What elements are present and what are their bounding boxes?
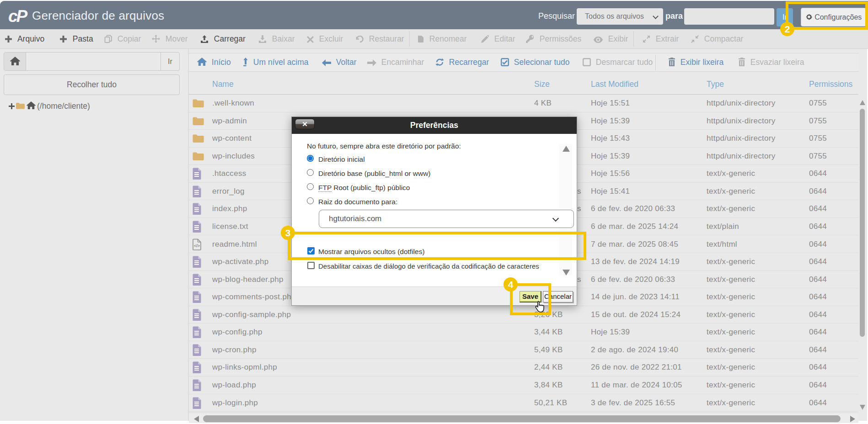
svg-text:</>: </> (194, 244, 200, 248)
